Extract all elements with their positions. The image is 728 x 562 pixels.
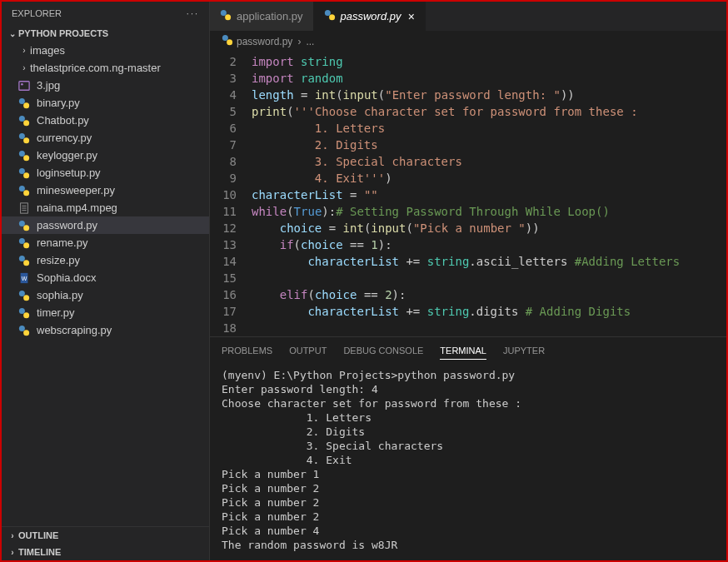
code-line[interactable]: 13 if(choice == 1):	[210, 236, 726, 253]
panel-tab-problems[interactable]: PROBLEMS	[222, 342, 272, 360]
code-line[interactable]: 2import string	[210, 53, 726, 70]
sidebar: EXPLORER ··· ⌄ PYTHON PROJECTS ›images›t…	[2, 2, 210, 560]
code-line[interactable]: 7 2. Digits	[210, 137, 726, 153]
svg-point-8	[19, 150, 25, 156]
svg-point-18	[19, 220, 25, 226]
svg-point-13	[23, 190, 29, 196]
code-content: 4. Exit''')	[252, 170, 392, 187]
code-line[interactable]: 15	[210, 270, 726, 286]
project-name: PYTHON PROJECTS	[18, 28, 108, 38]
code-line[interactable]: 8 3. Special characters	[210, 153, 726, 170]
code-line[interactable]: 3import random	[210, 70, 726, 87]
code-content: print('''Choose character set for passwo…	[252, 103, 638, 120]
project-section[interactable]: ⌄ PYTHON PROJECTS	[2, 25, 209, 42]
line-number: 3	[210, 70, 252, 87]
file-item-thelastprice-com-ng-master[interactable]: ›thelastprice.com.ng-master	[2, 59, 209, 77]
code-line[interactable]: 6 1. Letters	[210, 120, 726, 137]
chevron-right-icon: ›	[7, 548, 18, 557]
code-content: characterList += string.digits # Adding …	[252, 303, 631, 320]
chevron-right-icon: ›	[7, 531, 18, 540]
svg-point-20	[19, 237, 25, 243]
svg-point-3	[23, 102, 29, 108]
code-line[interactable]: 16 elif(choice == 2):	[210, 286, 726, 303]
svg-point-35	[329, 14, 335, 20]
svg-point-22	[19, 255, 25, 261]
code-content: characterList = ""	[252, 187, 378, 203]
panel-tab-output[interactable]: OUTPUT	[289, 342, 327, 360]
python-icon	[222, 34, 233, 48]
file-item-rename-py[interactable]: rename.py	[2, 234, 209, 251]
code-line[interactable]: 9 4. Exit''')	[210, 170, 726, 187]
code-line[interactable]: 4length = int(input("Enter password leng…	[210, 87, 726, 103]
file-item-password-py[interactable]: password.py	[2, 216, 209, 234]
main-area: application.pypassword.py× password.py ›…	[210, 2, 726, 560]
file-item-sophia-py[interactable]: sophia.py	[2, 286, 209, 304]
editor-tabs: application.pypassword.py×	[210, 2, 726, 31]
file-item-chatbot-py[interactable]: Chatbot.py	[2, 112, 209, 129]
bottom-panel: PROBLEMSOUTPUTDEBUG CONSOLETERMINALJUPYT…	[210, 336, 726, 560]
line-number: 16	[210, 286, 252, 303]
file-item-images[interactable]: ›images	[2, 42, 209, 59]
file-item-naina-mp4-mpeg[interactable]: naina.mp4.mpeg	[2, 199, 209, 216]
line-number: 14	[210, 253, 252, 270]
code-line[interactable]: 12 choice = int(input("Pick a number "))	[210, 220, 726, 236]
svg-point-12	[19, 185, 25, 191]
terminal-output[interactable]: (myenv) E:\Python Projects>python passwo…	[210, 360, 726, 560]
code-line[interactable]: 5print('''Choose character set for passw…	[210, 103, 726, 120]
code-line[interactable]: 10characterList = ""	[210, 187, 726, 203]
svg-point-29	[23, 312, 29, 318]
code-content: 1. Letters	[252, 120, 385, 137]
code-line[interactable]: 11while(True):# Setting Password Through…	[210, 203, 726, 220]
svg-point-36	[222, 35, 228, 41]
line-number: 4	[210, 87, 252, 103]
breadcrumb[interactable]: password.py › ...	[210, 31, 726, 52]
file-item-currency-py[interactable]: currency.py	[2, 129, 209, 147]
svg-point-7	[23, 137, 29, 143]
outline-section[interactable]: › OUTLINE	[2, 527, 209, 544]
python-icon	[220, 9, 232, 23]
file-item-sophia-docx[interactable]: WSophia.docx	[2, 269, 209, 286]
file-tree: ›images›thelastprice.com.ng-master3.jpgb…	[2, 42, 209, 526]
line-number: 5	[210, 103, 252, 120]
line-number: 7	[210, 137, 252, 153]
code-content: length = int(input("Enter password lengt…	[252, 87, 575, 103]
file-item-webscraping-py[interactable]: webscraping.py	[2, 321, 209, 339]
code-line[interactable]: 14 characterList += string.ascii_letters…	[210, 253, 726, 270]
file-item-minesweeper-py[interactable]: minesweeper.py	[2, 182, 209, 199]
tab-application-py[interactable]: application.py	[210, 2, 314, 31]
panel-tab-terminal[interactable]: TERMINAL	[440, 342, 486, 360]
tab-password-py[interactable]: password.py×	[314, 2, 426, 31]
timeline-section[interactable]: › TIMELINE	[2, 544, 209, 560]
svg-point-21	[23, 242, 29, 248]
breadcrumb-more: ...	[306, 36, 314, 47]
explorer-more-icon[interactable]: ···	[187, 8, 199, 18]
code-line[interactable]: 17 characterList += string.digits # Addi…	[210, 303, 726, 320]
line-number: 9	[210, 170, 252, 187]
code-content: 2. Digits	[252, 137, 378, 153]
panel-tab-debug-console[interactable]: DEBUG CONSOLE	[343, 342, 423, 360]
line-number: 11	[210, 203, 252, 220]
file-item-loginsetup-py[interactable]: loginsetup.py	[2, 164, 209, 182]
svg-point-19	[23, 225, 29, 231]
file-item-timer-py[interactable]: timer.py	[2, 304, 209, 321]
code-editor[interactable]: 2import string3import random4length = in…	[210, 52, 726, 336]
explorer-title: EXPLORER	[12, 8, 62, 18]
svg-point-2	[19, 97, 25, 103]
line-number: 12	[210, 220, 252, 236]
breadcrumb-sep: ›	[297, 36, 301, 47]
file-item-resize-py[interactable]: resize.py	[2, 251, 209, 269]
line-number: 8	[210, 153, 252, 170]
svg-point-37	[227, 39, 232, 45]
file-item-binary-py[interactable]: binary.py	[2, 94, 209, 112]
file-item-3-jpg[interactable]: 3.jpg	[2, 77, 209, 94]
panel-tab-jupyter[interactable]: JUPYTER	[503, 342, 545, 360]
code-line[interactable]: 18	[210, 320, 726, 336]
timeline-label: TIMELINE	[18, 547, 61, 557]
svg-point-33	[225, 14, 231, 20]
close-icon[interactable]: ×	[407, 10, 414, 23]
svg-point-1	[21, 82, 23, 85]
svg-point-31	[23, 330, 29, 336]
file-item-keylogger-py[interactable]: keylogger.py	[2, 147, 209, 164]
code-content: while(True):# Setting Password Through W…	[252, 203, 610, 220]
code-content: 3. Special characters	[252, 153, 462, 170]
